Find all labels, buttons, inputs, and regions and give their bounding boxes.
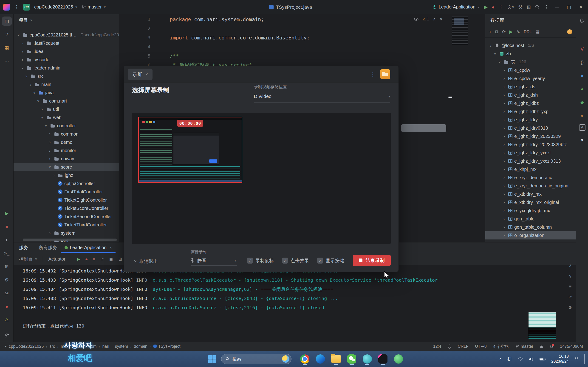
chevron-down-icon[interactable]: ∨ [493, 52, 497, 56]
horizontal-scrollbar[interactable] [23, 239, 117, 241]
breadcrumb-item[interactable]: nari [103, 344, 109, 349]
tree-item[interactable]: ∨controller [14, 122, 119, 130]
taskbar-app-app-teal[interactable] [361, 353, 373, 365]
tree-item[interactable]: ∨src [14, 72, 119, 80]
console-settings-icon[interactable]: ⚙ [569, 305, 572, 310]
encoding-selector[interactable]: UTF-8 [475, 344, 487, 349]
breadcrumb-item[interactable]: cppCode20221025 [9, 344, 44, 349]
tree-item[interactable]: ›e_jghz_ldry0313 [485, 124, 576, 132]
show-desktop-button[interactable] [584, 354, 585, 364]
tray-overflow-icon[interactable]: ∧ [499, 357, 502, 361]
chevron-down-icon[interactable]: ∨ [48, 165, 52, 169]
edit-icon[interactable]: ✎ [516, 29, 520, 34]
battery-icon[interactable] [540, 357, 546, 361]
version-control-icon[interactable] [4, 333, 9, 338]
chevron-right-icon[interactable]: › [502, 84, 506, 89]
console-run-icon[interactable]: ▶ [510, 29, 513, 34]
close-icon[interactable]: × [110, 245, 112, 250]
tree-item[interactable]: ›common [14, 130, 119, 138]
history-icon[interactable]: ◐ [2, 235, 12, 244]
tree-item[interactable]: ›e_xtbldry_mx_original [485, 198, 576, 206]
clear-output-icon[interactable]: ⟳ [569, 294, 572, 300]
minimize-button[interactable]: — [553, 4, 561, 10]
tree-item[interactable]: ›e_jghz_ldry [485, 116, 576, 124]
tree-item[interactable]: ›e_jghz_ldry_yxczl0313 [485, 157, 576, 165]
chevron-right-icon[interactable]: › [502, 225, 506, 230]
lock-icon[interactable] [540, 344, 543, 349]
tree-item[interactable]: ›e_yxnqldrytjb_mx [485, 206, 576, 215]
globe-icon[interactable]: ● [578, 71, 587, 80]
tree-item[interactable]: CTicketSecondController [14, 212, 119, 221]
services-tab-所有服务[interactable]: 所有服务 [35, 242, 61, 253]
close-button[interactable]: × [577, 4, 585, 10]
start-button[interactable] [208, 355, 216, 363]
tree-item[interactable]: CFirstTotalController [14, 188, 119, 196]
taskbar-app-file-explorer[interactable] [330, 353, 342, 365]
search-icon[interactable] [535, 5, 540, 10]
prev-problem-icon[interactable]: ∧ [433, 17, 436, 22]
tree-item[interactable]: ›gen_table [485, 215, 576, 223]
eye-icon[interactable] [414, 17, 419, 21]
chevron-right-icon[interactable]: › [502, 158, 506, 164]
tree-item[interactable]: ›e_jghz_ds [485, 83, 576, 91]
scroll-to-bottom-icon[interactable]: ∨ [569, 274, 572, 279]
debug-icon[interactable]: ● [2, 302, 12, 311]
sound-source-dropdown[interactable]: 静音 ∨ [191, 255, 237, 266]
wifi-icon[interactable] [518, 357, 523, 361]
run-configuration-selector[interactable]: LeaderApplication ∨ [432, 4, 480, 10]
taskbar-search[interactable]: 搜索 [221, 354, 292, 364]
chevron-down-icon[interactable]: ∨ [20, 66, 25, 70]
rerun-icon[interactable]: ⟳ [101, 257, 104, 262]
chevron-right-icon[interactable]: › [502, 117, 506, 122]
chevron-right-icon[interactable]: › [40, 107, 44, 112]
tree-item[interactable]: CTicketScoreController [14, 204, 119, 212]
recording-option-checkbox[interactable]: ✓显示按键 [317, 258, 344, 264]
chevron-right-icon[interactable]: › [502, 192, 506, 197]
checkbox-icon[interactable]: ✓ [247, 258, 253, 264]
tree-item[interactable]: CTicketEightController [14, 196, 119, 204]
ide-logo-icon[interactable] [3, 4, 10, 10]
tree-item[interactable]: ›e_jghz_ldbz_yxp [485, 107, 576, 116]
checkbox-icon[interactable]: ✓ [317, 258, 323, 264]
tree-item[interactable]: ›gen_table_column [485, 223, 576, 231]
chevron-right-icon[interactable]: › [502, 200, 506, 205]
tree-item[interactable]: ›e_jghz_dsh [485, 91, 576, 99]
chevron-down-icon[interactable]: ∨ [24, 74, 29, 78]
breadcrumb-item[interactable]: domain [134, 344, 147, 349]
tree-item[interactable]: ›monitor [14, 146, 119, 155]
recorder-tab[interactable]: 录屏 × [128, 69, 153, 80]
indent-selector[interactable]: 4 个空格 [493, 344, 509, 349]
debug-icon[interactable]: ● [85, 257, 88, 262]
build-icon[interactable]: ⊞ [2, 262, 12, 271]
chevron-down-icon[interactable]: ∨ [36, 99, 40, 103]
chevron-right-icon[interactable]: › [502, 208, 506, 213]
taskbar-app-app-green[interactable] [392, 353, 405, 365]
chevron-right-icon[interactable]: › [502, 125, 506, 131]
tree-item[interactable]: CcptjfxController [14, 179, 119, 188]
plugin-orange-icon[interactable]: ▦ [2, 43, 12, 52]
tree-item[interactable]: ∨score [14, 163, 119, 171]
editor-minimap[interactable] [452, 16, 468, 45]
taskbar-app-wechat[interactable] [346, 353, 358, 365]
profiler-button[interactable]: ● [492, 5, 495, 9]
screencast-icon[interactable]: ▢ [2, 17, 12, 26]
chevron-down-icon[interactable]: ∨ [488, 44, 493, 47]
tree-item[interactable]: ›e_xtbldry_mx [485, 190, 576, 198]
github-icon[interactable]: ● [578, 135, 587, 144]
notification-center-icon[interactable] [574, 357, 579, 361]
chevron-down-icon[interactable]: ∨ [30, 19, 32, 22]
recording-option-checkbox[interactable]: ✓点击效果 [282, 258, 309, 264]
tree-item[interactable]: ›noway [14, 155, 119, 163]
breadcrumb-item[interactable]: TSysProject [153, 344, 181, 349]
branch-widget[interactable]: master [515, 344, 533, 349]
chevron-right-icon[interactable]: › [502, 76, 506, 81]
main-menu-icon[interactable]: ⋮ [14, 5, 19, 9]
tab-close-icon[interactable]: × [145, 72, 148, 77]
duplicate-icon[interactable]: ⧉ [495, 29, 498, 34]
breadcrumb[interactable]: •cppCode20221025›src›main›java›com›nari›… [5, 344, 181, 349]
tree-item[interactable]: ›o_organization [485, 231, 576, 240]
chevron-right-icon[interactable]: › [502, 167, 506, 172]
tree-item[interactable]: ∨表126 [485, 58, 576, 66]
tree-item[interactable]: ›jghz [14, 171, 119, 179]
cancel-exit-button[interactable]: × 取消退出 [134, 256, 158, 266]
